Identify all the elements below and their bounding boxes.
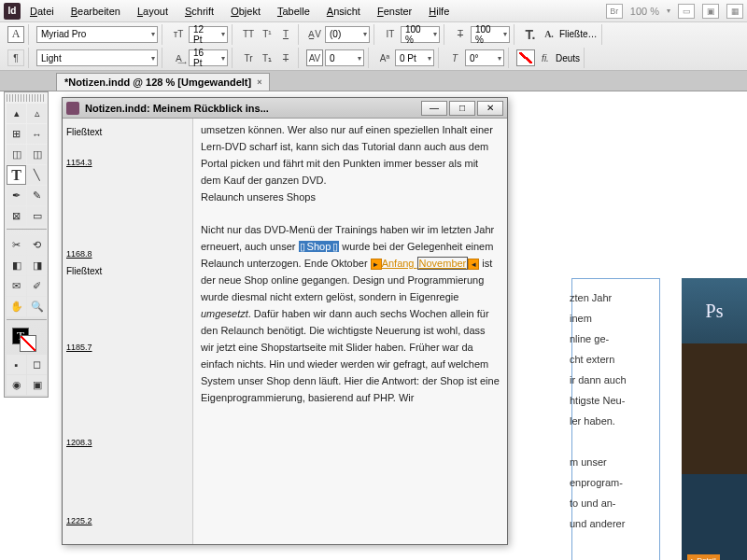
close-button[interactable]: ✕ [477, 101, 503, 116]
kerning-field[interactable]: (0) [325, 26, 370, 43]
view-icon-1[interactable]: ▭ [678, 4, 695, 19]
change-marker-icon[interactable]: ▸ [371, 259, 382, 270]
type-tool[interactable]: T [7, 165, 26, 185]
leading-icon: A͢ [170, 49, 187, 66]
layout-text-preview: zten Jahrinemnline ge- cht externir dann… [570, 287, 672, 534]
pen-tool[interactable]: ✒ [7, 186, 26, 205]
allcaps-icon[interactable]: TT [240, 26, 257, 43]
depth-ruler: 1208.3 [66, 438, 92, 447]
view-icon-3[interactable]: ▦ [726, 4, 743, 19]
deleted-text: Shop [306, 241, 332, 252]
depth-ruler: 1154.3 [66, 158, 92, 167]
page-tool[interactable]: ⊞ [7, 124, 26, 144]
para-format-icon[interactable]: ¶ [7, 49, 24, 66]
zoom-level[interactable]: 100 % [630, 6, 659, 17]
document-tab-strip: *Notizen.indd @ 128 % [Umgewandelt] × [0, 71, 747, 91]
smallcaps-icon[interactable]: Tr [240, 49, 257, 66]
vscale-field[interactable]: 100 % [401, 26, 440, 43]
eyedropper-tool[interactable]: ✐ [27, 276, 47, 296]
scissors-tool[interactable]: ✂ [7, 235, 26, 255]
detail-button[interactable]: ▸ Detail [687, 554, 720, 560]
placed-image-panel: Ps ▸ Detail [682, 278, 747, 560]
menu-tabelle[interactable]: Tabelle [270, 3, 317, 20]
para-style-label: Fließtext [66, 266, 102, 276]
fill-none-icon[interactable] [516, 49, 535, 66]
depth-ruler: 1168.8 [66, 249, 92, 259]
fill-stroke-swatch[interactable]: T [7, 326, 47, 354]
language-combo[interactable]: Deuts [556, 53, 580, 63]
story-gutter: 1154.3 Fließtext 1168.8 Fließtext 1185.7… [63, 119, 193, 544]
ligature-icon[interactable]: fi. [537, 49, 554, 66]
document-tab-label: *Notizen.indd @ 128 % [Umgewandelt] [64, 77, 251, 88]
hscale-field[interactable]: 100 % [471, 26, 510, 43]
menu-objekt[interactable]: Objekt [223, 3, 268, 20]
menu-hilfe[interactable]: Hilfe [421, 3, 457, 20]
maximize-button[interactable]: □ [449, 101, 475, 116]
menu-schrift[interactable]: Schrift [177, 3, 221, 20]
direct-selection-tool[interactable]: ▵ [27, 104, 47, 123]
charstyle-icon[interactable]: T. [522, 26, 539, 43]
story-text-area[interactable]: umsetzen können. Wer also nur auf einen … [193, 119, 507, 544]
content-tool-2[interactable]: ◫ [27, 145, 47, 164]
apply-color[interactable]: ◉ [7, 375, 26, 395]
tracking-icon: AV [306, 49, 323, 66]
control-panel: A Myriad Pro тT 12 Pt TT T¹ T A̲V (0) IT… [0, 22, 747, 71]
font-family-combo[interactable]: Myriad Pro [36, 26, 158, 43]
charstyle2-icon[interactable]: A. [541, 26, 557, 43]
superscript-icon[interactable]: T¹ [259, 26, 275, 43]
panel-grip[interactable] [7, 94, 46, 102]
close-tab-icon[interactable]: × [257, 77, 261, 87]
bridge-icon[interactable]: Br [606, 4, 623, 19]
hand-tool[interactable]: ✋ [7, 297, 26, 316]
gap-tool[interactable]: ↔ [27, 124, 47, 144]
vscale-icon: IT [382, 26, 399, 43]
change-marker-end-icon[interactable]: ◂ [468, 259, 479, 270]
underline-icon[interactable]: T [277, 26, 294, 43]
skew-field[interactable]: 0° [465, 49, 504, 66]
strike2-icon[interactable]: T [277, 49, 294, 66]
font-size-icon: тT [170, 26, 187, 43]
pencil-tool[interactable]: ✎ [27, 186, 47, 205]
stroke-swatch[interactable] [20, 335, 36, 352]
rectangle-tool[interactable]: ▭ [27, 206, 47, 226]
gradient-tool[interactable]: ◧ [7, 256, 26, 275]
deleted-text-marker: ▯ [299, 241, 306, 252]
depth-ruler: 1185.7 [66, 343, 92, 352]
char-format-icon[interactable]: A [7, 26, 24, 43]
baseline-field[interactable]: 0 Pt [395, 49, 434, 66]
depth-ruler: 1225.2 [66, 516, 92, 525]
leading-field[interactable]: 16 Pt [189, 49, 228, 66]
subscript-icon[interactable]: T₁ [259, 49, 275, 66]
kerning-icon: A̲V [306, 26, 323, 43]
font-style-combo[interactable]: Light [36, 49, 158, 66]
selection-tool[interactable]: ▴ [7, 104, 26, 123]
main-menubar: Id Datei Bearbeiten Layout Schrift Objek… [0, 0, 747, 22]
tools-panel: ▴ ▵ ⊞ ↔ ◫ ◫ T ╲ ✒ ✎ ⊠ ▭ ✂ ⟲ ◧ ◨ ✉ ✐ ✋ 🔍 … [4, 91, 49, 398]
fliesstext-label: Fließte… [559, 29, 598, 39]
gradient-feather-tool[interactable]: ◨ [27, 256, 47, 275]
story-window-title: Notizen.indd: Meinem Rückblick ins... [85, 103, 416, 114]
story-titlebar[interactable]: Notizen.indd: Meinem Rückblick ins... — … [63, 98, 507, 119]
content-tool[interactable]: ◫ [7, 145, 26, 164]
mode-normal[interactable]: ▪ [7, 355, 26, 374]
tracking-field[interactable]: 0 [325, 49, 364, 66]
menu-bearbeiten[interactable]: Bearbeiten [63, 3, 128, 20]
menu-fenster[interactable]: Fenster [370, 3, 419, 20]
line-tool[interactable]: ╲ [27, 165, 47, 185]
app-icon: Id [4, 3, 21, 20]
document-tab[interactable]: *Notizen.indd @ 128 % [Umgewandelt] × [56, 73, 270, 91]
strike-icon[interactable]: T [452, 26, 469, 43]
menu-datei[interactable]: Datei [22, 3, 62, 20]
minimize-button[interactable]: — [421, 101, 447, 116]
zoom-tool[interactable]: 🔍 [27, 297, 47, 316]
font-size-field[interactable]: 12 Pt [189, 26, 228, 43]
menu-ansicht[interactable]: Ansicht [319, 3, 368, 20]
note-tool[interactable]: ✉ [7, 276, 26, 296]
mode-preview[interactable]: ◻ [27, 355, 47, 374]
baseline-icon: Aª [376, 49, 393, 66]
menu-layout[interactable]: Layout [130, 3, 176, 20]
view-icon-2[interactable]: ▣ [702, 4, 719, 19]
screen-mode[interactable]: ▣ [27, 375, 47, 395]
frame-tool[interactable]: ⊠ [7, 206, 26, 226]
transform-tool[interactable]: ⟲ [27, 235, 47, 255]
